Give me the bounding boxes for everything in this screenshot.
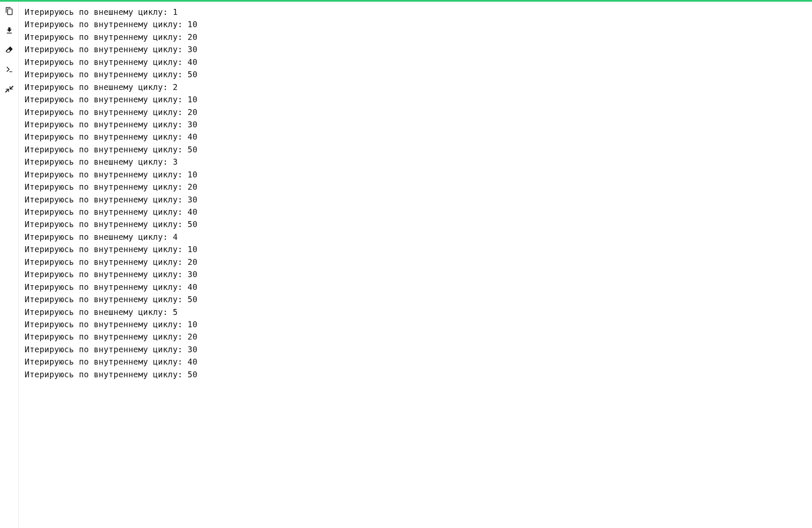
output-line: Итерируюсь по внешнему циклу: 3 (25, 156, 806, 168)
output-line: Итерируюсь по внутреннему циклу: 30 (25, 43, 806, 56)
output-line: Итерируюсь по внутреннему циклу: 50 (25, 293, 806, 306)
output-line: Итерируюсь по внутреннему циклу: 40 (25, 206, 806, 218)
output-line: Итерируюсь по внешнему циклу: 4 (25, 231, 806, 243)
main-area: Итерируюсь по внешнему циклу: 1Итерируюс… (0, 2, 812, 528)
download-button[interactable] (3, 25, 15, 37)
download-icon (5, 26, 14, 37)
output-line: Итерируюсь по внешнему циклу: 5 (25, 306, 806, 318)
collapse-button[interactable] (3, 84, 15, 96)
output-line: Итерируюсь по внутреннему циклу: 20 (25, 106, 806, 118)
output-line: Итерируюсь по внутреннему циклу: 30 (25, 343, 806, 356)
sidebar (0, 2, 19, 528)
output-line: Итерируюсь по внутреннему циклу: 50 (25, 143, 806, 156)
output-line: Итерируюсь по внешнему циклу: 2 (25, 81, 806, 93)
output-line: Итерируюсь по внутреннему циклу: 20 (25, 31, 806, 43)
output-line: Итерируюсь по внутреннему циклу: 10 (25, 169, 806, 181)
output-line: Итерируюсь по внутреннему циклу: 40 (25, 281, 806, 293)
output-line: Итерируюсь по внутреннему циклу: 40 (25, 56, 806, 68)
terminal-icon (5, 65, 14, 76)
output-line: Итерируюсь по внутреннему циклу: 10 (25, 318, 806, 331)
output-line: Итерируюсь по внутреннему циклу: 20 (25, 256, 806, 268)
output-line: Итерируюсь по внутреннему циклу: 50 (25, 218, 806, 230)
output-line: Итерируюсь по внутреннему циклу: 50 (25, 368, 806, 381)
app-root: Итерируюсь по внешнему циклу: 1Итерируюс… (0, 0, 812, 528)
output-line: Итерируюсь по внутреннему циклу: 30 (25, 268, 806, 281)
erase-icon (5, 46, 14, 56)
erase-button[interactable] (3, 45, 15, 57)
output-panel[interactable]: Итерируюсь по внешнему циклу: 1Итерируюс… (19, 2, 812, 528)
collapse-icon (5, 85, 14, 95)
output-line: Итерируюсь по внутреннему циклу: 10 (25, 243, 806, 256)
copy-button[interactable] (3, 6, 15, 18)
terminal-button[interactable] (3, 65, 15, 76)
output-line: Итерируюсь по внутреннему циклу: 30 (25, 194, 806, 206)
output-line: Итерируюсь по внешнему циклу: 1 (25, 6, 806, 18)
output-line: Итерируюсь по внутреннему циклу: 40 (25, 131, 806, 143)
output-line: Итерируюсь по внутреннему циклу: 50 (25, 68, 806, 81)
copy-icon (5, 7, 14, 17)
output-line: Итерируюсь по внутреннему циклу: 10 (25, 18, 806, 31)
output-line: Итерируюсь по внутреннему циклу: 20 (25, 331, 806, 343)
output-line: Итерируюсь по внутреннему циклу: 10 (25, 93, 806, 106)
output-line: Итерируюсь по внутреннему циклу: 20 (25, 181, 806, 193)
output-line: Итерируюсь по внутреннему циклу: 40 (25, 356, 806, 368)
output-line: Итерируюсь по внутреннему циклу: 30 (25, 118, 806, 131)
